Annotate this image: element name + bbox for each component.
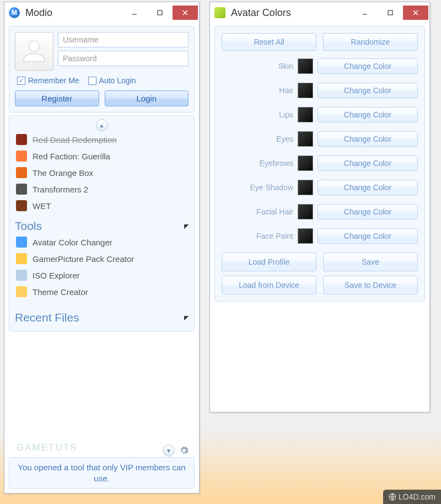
color-swatch-lips[interactable] bbox=[298, 107, 313, 122]
color-label: Hair bbox=[222, 86, 293, 95]
triangle-icon: ◤ bbox=[184, 314, 189, 321]
checkbox-icon: ✓ bbox=[17, 77, 25, 85]
scroll-up-button[interactable]: ▲ bbox=[96, 119, 108, 131]
tool-icon bbox=[16, 253, 27, 264]
tool-icon bbox=[16, 270, 27, 281]
tool-list-item[interactable]: GamerPicture Pack Creator bbox=[15, 250, 189, 267]
color-swatch-skin[interactable] bbox=[298, 58, 313, 74]
color-label: Facial Hair bbox=[222, 207, 293, 216]
minimize-button[interactable] bbox=[122, 6, 147, 20]
color-swatch-face-paint[interactable] bbox=[298, 228, 313, 244]
color-label: Eye Shadow bbox=[222, 183, 293, 192]
reset-all-button[interactable]: Reset All bbox=[222, 33, 316, 51]
close-button[interactable] bbox=[403, 6, 428, 20]
maximize-button[interactable] bbox=[147, 6, 173, 20]
game-icon bbox=[16, 200, 27, 211]
games-section: ▲ Red Dead RedemptionRed Faction: Gueril… bbox=[9, 115, 195, 331]
color-label: Eyes bbox=[222, 135, 293, 143]
color-swatch-hair[interactable] bbox=[298, 83, 313, 98]
minimize-button[interactable] bbox=[352, 6, 378, 20]
tool-name: Avatar Color Changer bbox=[33, 238, 112, 247]
tool-icon bbox=[16, 286, 27, 297]
color-label: Lips bbox=[222, 110, 293, 119]
svg-rect-1 bbox=[158, 10, 162, 15]
avatar-colors-body: Reset All Randomize SkinChange ColorHair… bbox=[214, 26, 425, 302]
color-row-eye-shadow: Eye ShadowChange Color bbox=[222, 180, 418, 195]
window-controls bbox=[122, 6, 198, 20]
color-label: Eyebrows bbox=[222, 159, 293, 168]
auto-login-checkbox[interactable]: Auto Login bbox=[88, 76, 136, 85]
randomize-button[interactable]: Randomize bbox=[323, 33, 418, 51]
login-panel: ✓ Remember Me Auto Login Register Login bbox=[9, 26, 195, 112]
lo4d-badge: LO4D.com bbox=[383, 490, 441, 504]
password-input[interactable] bbox=[58, 51, 189, 66]
color-row-facial-hair: Facial HairChange Color bbox=[222, 204, 418, 219]
game-icon bbox=[16, 151, 27, 162]
modio-title: Modio bbox=[25, 7, 122, 19]
color-row-eyes: EyesChange Color bbox=[222, 131, 418, 147]
change-color-button-facial-hair[interactable]: Change Color bbox=[318, 204, 418, 219]
color-swatch-eyebrows[interactable] bbox=[298, 156, 313, 171]
change-color-button-skin[interactable]: Change Color bbox=[318, 58, 418, 74]
color-label: Skin bbox=[222, 62, 293, 71]
username-input[interactable] bbox=[58, 32, 189, 47]
avatar-app-icon bbox=[214, 7, 225, 18]
game-name: WET bbox=[33, 201, 51, 211]
color-swatch-facial-hair[interactable] bbox=[298, 204, 313, 219]
color-row-skin: SkinChange Color bbox=[222, 58, 418, 74]
triangle-icon: ◤ bbox=[184, 223, 189, 230]
remember-me-checkbox[interactable]: ✓ Remember Me bbox=[17, 76, 79, 85]
change-color-button-lips[interactable]: Change Color bbox=[318, 107, 418, 122]
tool-name: Theme Creator bbox=[33, 287, 88, 297]
game-list-item[interactable]: Red Dead Redemption bbox=[15, 131, 189, 148]
color-swatch-eyes[interactable] bbox=[298, 131, 313, 147]
login-button[interactable]: Login bbox=[105, 90, 189, 106]
load-profile-button[interactable]: Load Profile bbox=[222, 253, 316, 271]
tool-list-item[interactable]: Theme Creator bbox=[15, 283, 189, 300]
game-name: The Orange Box bbox=[33, 168, 93, 178]
tool-list-item[interactable]: Avatar Color Changer bbox=[15, 234, 189, 250]
avatar-colors-window: Avatar Colors Reset All Randomize SkinCh… bbox=[209, 2, 430, 412]
close-button[interactable] bbox=[173, 6, 198, 20]
tool-name: ISO Explorer bbox=[33, 271, 80, 280]
tool-icon bbox=[16, 237, 27, 248]
modio-icon: M bbox=[9, 7, 20, 18]
change-color-button-face-paint[interactable]: Change Color bbox=[318, 228, 418, 244]
checkbox-icon bbox=[88, 77, 96, 85]
game-list-item[interactable]: WET bbox=[15, 197, 189, 214]
svg-rect-5 bbox=[388, 10, 392, 15]
save-to-device-button[interactable]: Save to Device bbox=[323, 276, 418, 294]
game-icon bbox=[16, 167, 27, 178]
game-list-item[interactable]: The Orange Box bbox=[15, 164, 189, 181]
color-row-hair: HairChange Color bbox=[222, 83, 418, 98]
color-row-lips: LipsChange Color bbox=[222, 107, 418, 122]
color-row-face-paint: Face PaintChange Color bbox=[222, 228, 418, 244]
tools-header[interactable]: Tools ◤ bbox=[15, 217, 189, 234]
change-color-button-eyebrows[interactable]: Change Color bbox=[318, 156, 418, 171]
game-name: Red Dead Redemption bbox=[33, 135, 117, 144]
game-name: Transformers 2 bbox=[33, 185, 88, 194]
watermark: GAMETUTS bbox=[17, 442, 77, 453]
color-row-eyebrows: EyebrowsChange Color bbox=[222, 156, 418, 171]
modio-window: M Modio ✓ Remember Me Auto Login bbox=[4, 2, 200, 494]
game-icon bbox=[16, 134, 27, 145]
register-button[interactable]: Register bbox=[15, 90, 99, 106]
scroll-down-button[interactable]: ▼ bbox=[163, 444, 175, 457]
gear-icon[interactable] bbox=[179, 446, 189, 455]
maximize-button[interactable] bbox=[378, 6, 403, 20]
game-name: Red Faction: Guerilla bbox=[33, 152, 110, 161]
status-bar: You opened a tool that only VIP members … bbox=[9, 457, 195, 489]
change-color-button-eyes[interactable]: Change Color bbox=[318, 131, 418, 147]
tool-list-item[interactable]: ISO Explorer bbox=[15, 267, 189, 283]
recent-files-header[interactable]: Recent Files ◤ bbox=[15, 309, 189, 325]
save-button[interactable]: Save bbox=[323, 253, 418, 271]
change-color-button-hair[interactable]: Change Color bbox=[318, 83, 418, 98]
load-from-device-button[interactable]: Load from Device bbox=[222, 276, 316, 294]
change-color-button-eye-shadow[interactable]: Change Color bbox=[318, 180, 418, 195]
globe-icon bbox=[389, 493, 396, 501]
color-swatch-eye-shadow[interactable] bbox=[298, 180, 313, 195]
game-list-item[interactable]: Red Faction: Guerilla bbox=[15, 148, 189, 164]
window-controls bbox=[352, 6, 428, 20]
game-list-item[interactable]: Transformers 2 bbox=[15, 181, 189, 197]
game-icon bbox=[16, 184, 27, 195]
